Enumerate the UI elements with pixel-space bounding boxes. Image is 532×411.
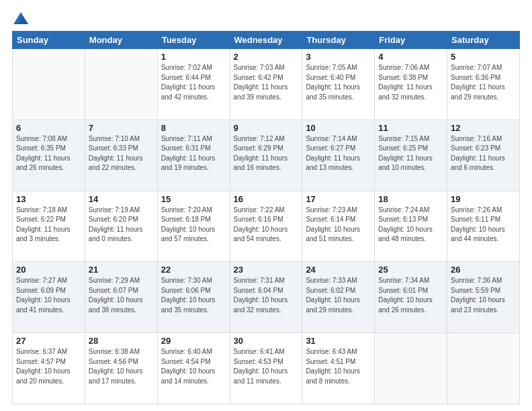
table-row: 23Sunrise: 7:31 AM Sunset: 6:04 PM Dayli… bbox=[230, 262, 302, 333]
calendar-header-row: Sunday Monday Tuesday Wednesday Thursday… bbox=[13, 32, 520, 49]
cell-content: Sunrise: 7:31 AM Sunset: 6:04 PM Dayligh… bbox=[234, 276, 299, 315]
table-row: 7Sunrise: 7:10 AM Sunset: 6:33 PM Daylig… bbox=[85, 120, 157, 191]
day-number: 28 bbox=[89, 336, 154, 346]
logo-icon bbox=[13, 12, 28, 24]
table-row: 27Sunrise: 6:37 AM Sunset: 4:57 PM Dayli… bbox=[13, 333, 85, 404]
table-row: 5Sunrise: 7:07 AM Sunset: 6:36 PM Daylig… bbox=[447, 49, 520, 120]
table-row: 3Sunrise: 7:05 AM Sunset: 6:40 PM Daylig… bbox=[302, 49, 375, 120]
header bbox=[12, 12, 520, 24]
table-row: 26Sunrise: 7:36 AM Sunset: 5:59 PM Dayli… bbox=[447, 262, 520, 333]
page: Sunday Monday Tuesday Wednesday Thursday… bbox=[0, 0, 532, 411]
table-row: 2Sunrise: 7:03 AM Sunset: 6:42 PM Daylig… bbox=[230, 49, 302, 120]
cell-content: Sunrise: 7:20 AM Sunset: 6:18 PM Dayligh… bbox=[161, 205, 226, 244]
day-number: 5 bbox=[451, 52, 516, 62]
cell-content: Sunrise: 7:11 AM Sunset: 6:31 PM Dayligh… bbox=[161, 134, 226, 173]
col-tuesday: Tuesday bbox=[157, 32, 230, 49]
table-row: 30Sunrise: 6:41 AM Sunset: 4:53 PM Dayli… bbox=[230, 333, 302, 404]
day-number: 6 bbox=[16, 123, 81, 133]
day-number: 8 bbox=[161, 123, 226, 133]
cell-content: Sunrise: 7:36 AM Sunset: 5:59 PM Dayligh… bbox=[451, 276, 516, 315]
calendar-week-row: 20Sunrise: 7:27 AM Sunset: 6:09 PM Dayli… bbox=[13, 262, 520, 333]
day-number: 21 bbox=[89, 265, 154, 275]
cell-content: Sunrise: 7:22 AM Sunset: 6:16 PM Dayligh… bbox=[234, 205, 299, 244]
day-number: 15 bbox=[161, 194, 226, 204]
cell-content: Sunrise: 7:15 AM Sunset: 6:25 PM Dayligh… bbox=[378, 134, 443, 173]
day-number: 14 bbox=[89, 194, 154, 204]
table-row: 20Sunrise: 7:27 AM Sunset: 6:09 PM Dayli… bbox=[13, 262, 85, 333]
day-number: 12 bbox=[451, 123, 516, 133]
cell-content: Sunrise: 7:08 AM Sunset: 6:35 PM Dayligh… bbox=[16, 134, 81, 173]
calendar-week-row: 27Sunrise: 6:37 AM Sunset: 4:57 PM Dayli… bbox=[13, 333, 520, 404]
day-number: 4 bbox=[378, 52, 443, 62]
table-row: 15Sunrise: 7:20 AM Sunset: 6:18 PM Dayli… bbox=[157, 191, 230, 262]
cell-content: Sunrise: 7:02 AM Sunset: 6:44 PM Dayligh… bbox=[161, 63, 226, 102]
day-number: 11 bbox=[378, 123, 443, 133]
calendar-week-row: 13Sunrise: 7:18 AM Sunset: 6:22 PM Dayli… bbox=[13, 191, 520, 262]
day-number: 20 bbox=[16, 265, 81, 275]
col-thursday: Thursday bbox=[302, 32, 375, 49]
col-saturday: Saturday bbox=[447, 32, 520, 49]
cell-content: Sunrise: 7:26 AM Sunset: 6:11 PM Dayligh… bbox=[451, 205, 516, 244]
day-number: 27 bbox=[16, 336, 81, 346]
table-row: 22Sunrise: 7:30 AM Sunset: 6:06 PM Dayli… bbox=[157, 262, 230, 333]
table-row: 14Sunrise: 7:19 AM Sunset: 6:20 PM Dayli… bbox=[85, 191, 157, 262]
day-number: 7 bbox=[89, 123, 154, 133]
logo-text bbox=[12, 12, 28, 24]
table-row: 21Sunrise: 7:29 AM Sunset: 6:07 PM Dayli… bbox=[85, 262, 157, 333]
cell-content: Sunrise: 7:19 AM Sunset: 6:20 PM Dayligh… bbox=[89, 205, 154, 244]
cell-content: Sunrise: 7:23 AM Sunset: 6:14 PM Dayligh… bbox=[306, 205, 371, 244]
cell-content: Sunrise: 7:03 AM Sunset: 6:42 PM Dayligh… bbox=[234, 63, 299, 102]
table-row: 19Sunrise: 7:26 AM Sunset: 6:11 PM Dayli… bbox=[447, 191, 520, 262]
table-row bbox=[13, 49, 85, 120]
table-row: 16Sunrise: 7:22 AM Sunset: 6:16 PM Dayli… bbox=[230, 191, 302, 262]
table-row: 29Sunrise: 6:40 AM Sunset: 4:54 PM Dayli… bbox=[157, 333, 230, 404]
day-number: 23 bbox=[234, 265, 299, 275]
cell-content: Sunrise: 6:40 AM Sunset: 4:54 PM Dayligh… bbox=[161, 347, 226, 386]
day-number: 3 bbox=[306, 52, 371, 62]
cell-content: Sunrise: 7:10 AM Sunset: 6:33 PM Dayligh… bbox=[89, 134, 154, 173]
day-number: 26 bbox=[451, 265, 516, 275]
day-number: 29 bbox=[161, 336, 226, 346]
cell-content: Sunrise: 7:07 AM Sunset: 6:36 PM Dayligh… bbox=[451, 63, 516, 102]
cell-content: Sunrise: 7:14 AM Sunset: 6:27 PM Dayligh… bbox=[306, 134, 371, 173]
cell-content: Sunrise: 7:30 AM Sunset: 6:06 PM Dayligh… bbox=[161, 276, 226, 315]
calendar-week-row: 6Sunrise: 7:08 AM Sunset: 6:35 PM Daylig… bbox=[13, 120, 520, 191]
cell-content: Sunrise: 7:06 AM Sunset: 6:38 PM Dayligh… bbox=[378, 63, 443, 102]
day-number: 13 bbox=[16, 194, 81, 204]
table-row: 25Sunrise: 7:34 AM Sunset: 6:01 PM Dayli… bbox=[375, 262, 447, 333]
table-row: 18Sunrise: 7:24 AM Sunset: 6:13 PM Dayli… bbox=[375, 191, 447, 262]
table-row: 17Sunrise: 7:23 AM Sunset: 6:14 PM Dayli… bbox=[302, 191, 375, 262]
day-number: 18 bbox=[378, 194, 443, 204]
table-row bbox=[375, 333, 447, 404]
cell-content: Sunrise: 6:38 AM Sunset: 4:56 PM Dayligh… bbox=[89, 347, 154, 386]
cell-content: Sunrise: 7:29 AM Sunset: 6:07 PM Dayligh… bbox=[89, 276, 154, 315]
cell-content: Sunrise: 7:18 AM Sunset: 6:22 PM Dayligh… bbox=[16, 205, 81, 244]
day-number: 22 bbox=[161, 265, 226, 275]
table-row: 31Sunrise: 6:43 AM Sunset: 4:51 PM Dayli… bbox=[302, 333, 375, 404]
table-row: 13Sunrise: 7:18 AM Sunset: 6:22 PM Dayli… bbox=[13, 191, 85, 262]
table-row: 6Sunrise: 7:08 AM Sunset: 6:35 PM Daylig… bbox=[13, 120, 85, 191]
day-number: 1 bbox=[161, 52, 226, 62]
table-row: 9Sunrise: 7:12 AM Sunset: 6:29 PM Daylig… bbox=[230, 120, 302, 191]
table-row: 28Sunrise: 6:38 AM Sunset: 4:56 PM Dayli… bbox=[85, 333, 157, 404]
day-number: 24 bbox=[306, 265, 371, 275]
cell-content: Sunrise: 7:34 AM Sunset: 6:01 PM Dayligh… bbox=[378, 276, 443, 315]
cell-content: Sunrise: 6:37 AM Sunset: 4:57 PM Dayligh… bbox=[16, 347, 81, 386]
day-number: 17 bbox=[306, 194, 371, 204]
cell-content: Sunrise: 6:41 AM Sunset: 4:53 PM Dayligh… bbox=[234, 347, 299, 386]
col-wednesday: Wednesday bbox=[230, 32, 302, 49]
calendar: Sunday Monday Tuesday Wednesday Thursday… bbox=[12, 31, 520, 404]
table-row: 12Sunrise: 7:16 AM Sunset: 6:23 PM Dayli… bbox=[447, 120, 520, 191]
day-number: 2 bbox=[234, 52, 299, 62]
cell-content: Sunrise: 7:05 AM Sunset: 6:40 PM Dayligh… bbox=[306, 63, 371, 102]
col-friday: Friday bbox=[375, 32, 447, 49]
table-row bbox=[85, 49, 157, 120]
calendar-week-row: 1Sunrise: 7:02 AM Sunset: 6:44 PM Daylig… bbox=[13, 49, 520, 120]
day-number: 30 bbox=[234, 336, 299, 346]
table-row: 11Sunrise: 7:15 AM Sunset: 6:25 PM Dayli… bbox=[375, 120, 447, 191]
table-row: 1Sunrise: 7:02 AM Sunset: 6:44 PM Daylig… bbox=[157, 49, 230, 120]
cell-content: Sunrise: 7:33 AM Sunset: 6:02 PM Dayligh… bbox=[306, 276, 371, 315]
day-number: 19 bbox=[451, 194, 516, 204]
day-number: 16 bbox=[234, 194, 299, 204]
table-row: 24Sunrise: 7:33 AM Sunset: 6:02 PM Dayli… bbox=[302, 262, 375, 333]
